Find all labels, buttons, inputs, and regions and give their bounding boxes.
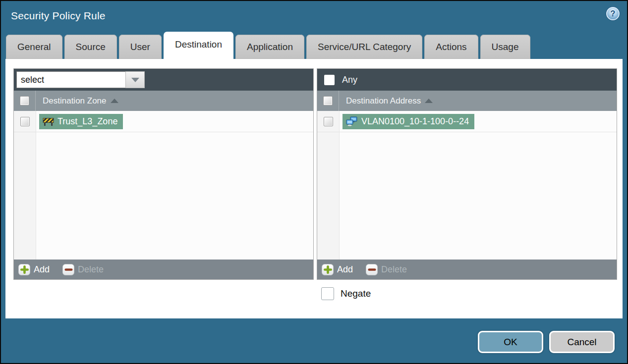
address-footer-bar: Add Delete — [317, 260, 617, 279]
zone-column-header-label[interactable]: Destination Zone — [43, 96, 118, 106]
tab-source[interactable]: Source — [64, 35, 117, 59]
minus-icon — [62, 264, 74, 275]
tab-usage[interactable]: Usage — [480, 35, 530, 59]
zone-select-dropdown-button[interactable] — [125, 71, 145, 88]
plus-icon — [18, 264, 30, 275]
negate-checkbox[interactable] — [321, 287, 334, 300]
zone-select-all-checkbox[interactable] — [20, 96, 29, 105]
zone-rows: Trust_L3_Zone — [14, 111, 313, 260]
destination-tab-content: Destination Zone — [5, 59, 623, 318]
minus-icon — [366, 264, 378, 275]
address-row: VLAN0100_10-1-100-0--24 — [317, 111, 617, 132]
zone-row-checkbox[interactable] — [20, 117, 30, 126]
zone-row: Trust_L3_Zone — [14, 111, 313, 132]
zone-add-button[interactable]: Add — [18, 264, 50, 275]
any-label: Any — [342, 75, 357, 85]
zone-footer-bar: Add Delete — [14, 260, 313, 279]
zone-select-all-cell — [14, 91, 36, 111]
zone-select-input[interactable] — [16, 71, 125, 88]
tab-general[interactable]: General — [6, 35, 62, 59]
sort-ascending-icon — [111, 99, 118, 103]
tab-application[interactable]: Application — [235, 35, 304, 59]
address-tag-vlan0100[interactable]: VLAN0100_10-1-100-0--24 — [343, 114, 474, 129]
help-icon[interactable]: ? — [606, 7, 620, 20]
negate-label: Negate — [341, 288, 371, 299]
address-column-header-label[interactable]: Destination Address — [346, 96, 433, 106]
chevron-down-icon — [131, 78, 139, 82]
address-row-checkbox-cell — [317, 111, 339, 132]
tab-bar: General Source User Destination Applicat… — [6, 35, 530, 59]
sort-ascending-icon — [425, 99, 433, 103]
address-icon — [346, 116, 358, 126]
zone-icon — [43, 117, 54, 126]
address-any-bar: Any — [317, 69, 617, 91]
any-checkbox[interactable] — [324, 75, 335, 85]
dialog-title: Security Policy Rule — [11, 10, 106, 22]
address-delete-label: Delete — [381, 264, 407, 275]
ok-button[interactable]: OK — [478, 331, 543, 353]
zone-select-bar — [14, 69, 313, 91]
address-delete-button[interactable]: Delete — [366, 264, 407, 275]
zone-delete-button[interactable]: Delete — [62, 264, 104, 275]
negate-option: Negate — [321, 287, 371, 300]
security-policy-rule-dialog: Security Policy Rule ? General Source Us… — [0, 0, 628, 364]
tab-destination[interactable]: Destination — [164, 32, 233, 59]
tab-actions[interactable]: Actions — [424, 35, 478, 59]
address-row-checkbox[interactable] — [324, 117, 333, 126]
zone-column-header: Destination Zone — [14, 91, 313, 111]
address-select-all-checkbox[interactable] — [323, 96, 333, 105]
cancel-button[interactable]: Cancel — [549, 331, 615, 353]
address-tag-label: VLAN0100_10-1-100-0--24 — [361, 116, 469, 127]
zone-tag-trust-l3-zone[interactable]: Trust_L3_Zone — [39, 114, 123, 129]
address-add-button[interactable]: Add — [322, 264, 353, 275]
plus-icon — [322, 264, 334, 275]
tab-user[interactable]: User — [119, 35, 162, 59]
zone-column-title: Destination Zone — [43, 96, 107, 106]
zone-tag-label: Trust_L3_Zone — [57, 116, 117, 127]
address-rows: VLAN0100_10-1-100-0--24 — [317, 111, 617, 260]
zone-row-checkbox-cell — [14, 111, 36, 132]
address-column-title: Destination Address — [346, 96, 421, 106]
zone-add-label: Add — [34, 264, 50, 275]
destination-address-panel: Any Destination Address — [317, 68, 617, 280]
address-select-all-cell — [317, 91, 339, 111]
zone-delete-label: Delete — [78, 264, 104, 275]
address-column-header: Destination Address — [317, 91, 617, 111]
tab-service-url-category[interactable]: Service/URL Category — [306, 35, 422, 59]
address-add-label: Add — [337, 264, 353, 275]
destination-zone-panel: Destination Zone — [13, 68, 314, 280]
